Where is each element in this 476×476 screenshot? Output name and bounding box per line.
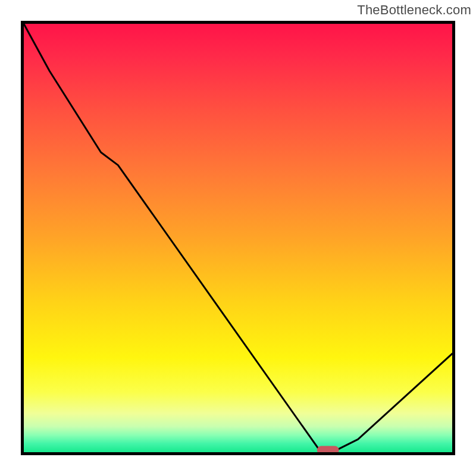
- plot-area: [21, 21, 455, 455]
- curve-svg: [24, 24, 452, 452]
- chart-container: TheBottleneck.com: [0, 0, 476, 476]
- watermark-text: TheBottleneck.com: [357, 2, 471, 18]
- bottleneck-curve: [24, 24, 452, 450]
- optimal-marker: [317, 446, 339, 452]
